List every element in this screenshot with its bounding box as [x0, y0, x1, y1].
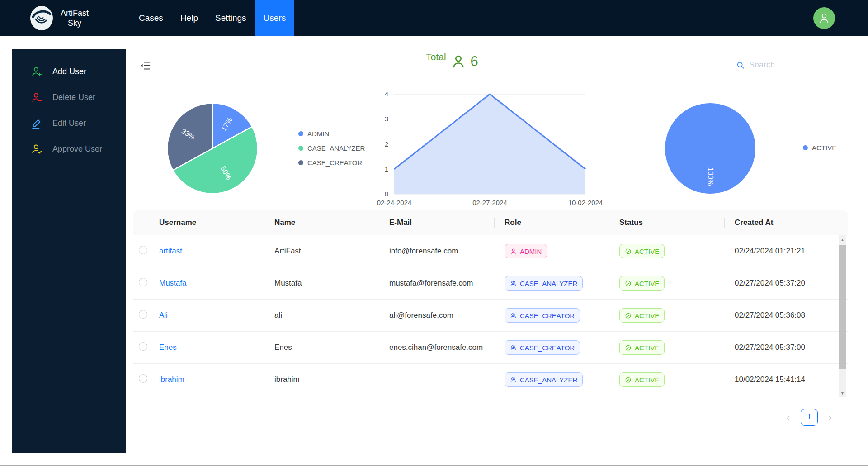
total-value: 6 [471, 53, 478, 70]
y-axis-tick: 2 [385, 140, 388, 148]
email-cell: mustafa@forensafe.com [379, 279, 494, 288]
total-users-stat: Total 6 [398, 53, 506, 70]
created-at-cell: 02/27/2024 05:37:20 [724, 279, 840, 288]
nav-item-cases[interactable]: Cases [130, 0, 172, 36]
legend-label: ACTIVE [812, 144, 836, 152]
role-cell: ADMIN [494, 244, 609, 258]
name-cell: Enes [264, 343, 379, 352]
user-avatar[interactable] [813, 7, 835, 29]
status-badge-label: ACTIVE [635, 376, 659, 384]
y-axis-tick: 3 [385, 115, 388, 123]
eye-logo-icon [29, 5, 54, 31]
username-link[interactable]: Mustafa [159, 279, 186, 287]
legend-label: CASE_ANALYZER [307, 144, 365, 152]
sidebar-item-add-user[interactable]: Add User [12, 59, 126, 85]
username-link[interactable]: Ali [159, 311, 168, 319]
created-at-cell: 10/02/2024 15:41:14 [724, 375, 840, 384]
roles-pie-chart: 17%50%33% [167, 103, 258, 194]
users-created-area-chart: 0123402-24-202402-27-202410-02-2024 [375, 88, 597, 208]
sidebar: Add UserDelete UserEdit UserApprove User [12, 49, 126, 453]
role-badge: CASE_ANALYZER [505, 372, 583, 387]
username-link[interactable]: artifast [159, 247, 182, 255]
pagination: ‹ 1 › [787, 409, 832, 426]
roles-legend: ADMINCASE_ANALYZERCASE_CREATOR [298, 130, 365, 167]
row-select-radio[interactable] [139, 310, 147, 319]
role-badge-label: CASE_ANALYZER [520, 280, 577, 287]
brand-line1: ArtiFast [61, 8, 89, 19]
table-scrollbar[interactable]: ▲ ▼ [839, 235, 846, 397]
sidebar-item-edit-user[interactable]: Edit User [12, 110, 126, 136]
table-row: artifastArtiFastinfo@forensafe.comADMINA… [133, 235, 848, 267]
status-badge: ACTIVE [619, 244, 665, 258]
row-select-radio[interactable] [139, 278, 147, 286]
team-icon [510, 376, 517, 383]
brand-title: ArtiFast Sky [61, 8, 89, 29]
scrollbar-thumb[interactable] [839, 245, 846, 369]
check-circle-icon [625, 248, 632, 255]
created-at-cell: 02/27/2024 05:37:00 [724, 343, 840, 352]
search-box [736, 60, 813, 70]
username-link[interactable]: Enes [159, 343, 177, 352]
user-icon [510, 248, 517, 255]
nav-item-settings[interactable]: Settings [207, 0, 255, 36]
row-select-radio[interactable] [139, 374, 147, 383]
nav-item-help[interactable]: Help [172, 0, 207, 36]
status-badge: ACTIVE [619, 340, 665, 355]
role-cell: CASE_ANALYZER [494, 372, 609, 387]
status-badge: ACTIVE [619, 372, 665, 387]
menu-fold-icon [139, 60, 151, 71]
search-input[interactable] [748, 60, 813, 70]
nav-item-users[interactable]: Users [255, 0, 295, 36]
row-select-radio[interactable] [139, 342, 147, 351]
status-legend: ACTIVE [803, 144, 836, 152]
column-header-e-mail: E-Mail [379, 210, 494, 235]
table-header: UsernameNameE-MailRoleStatusCreated At [133, 210, 848, 235]
role-badge: CASE_ANALYZER [505, 276, 583, 291]
check-circle-icon [625, 312, 632, 319]
x-axis-tick: 10-02-2024 [568, 199, 603, 206]
legend-item-active[interactable]: ACTIVE [803, 144, 836, 152]
edit-icon [31, 118, 43, 129]
column-header-created-at: Created At [724, 210, 840, 235]
x-axis-tick: 02-24-2024 [377, 199, 412, 206]
username-link[interactable]: ibrahim [159, 375, 184, 384]
created-at-cell: 02/27/2024 05:36:08 [724, 311, 840, 320]
email-cell: info@forensafe.com [379, 247, 494, 256]
row-select-radio[interactable] [139, 246, 147, 254]
table-row: ibrahimibrahimCASE_ANALYZERACTIVE10/02/2… [133, 364, 848, 396]
status-cell: ACTIVE [609, 340, 724, 355]
team-icon [510, 344, 517, 351]
legend-item-case_analyzer[interactable]: CASE_ANALYZER [298, 144, 365, 152]
status-cell: ACTIVE [609, 308, 724, 323]
current-page-button[interactable]: 1 [801, 409, 818, 426]
status-badge-label: ACTIVE [635, 248, 659, 255]
status-cell: ACTIVE [609, 244, 724, 258]
legend-dot-icon [298, 160, 303, 165]
brand-line2: Sky [61, 18, 89, 29]
sidebar-item-delete-user[interactable]: Delete User [12, 85, 126, 110]
sidebar-item-approve-user[interactable]: Approve User [12, 136, 126, 162]
name-cell: ibrahim [264, 375, 379, 384]
app-logo [29, 5, 54, 31]
column-header-username: Username [156, 210, 264, 235]
next-page-button[interactable]: › [829, 412, 832, 423]
status-badge: ACTIVE [619, 308, 665, 323]
prev-page-button[interactable]: ‹ [787, 412, 790, 423]
legend-item-admin[interactable]: ADMIN [298, 130, 365, 138]
name-cell: Mustafa [264, 279, 379, 288]
scroll-up-arrow-icon[interactable]: ▲ [839, 236, 846, 243]
sidebar-collapse-button[interactable] [139, 60, 151, 71]
name-cell: ArtiFast [264, 247, 379, 256]
scroll-down-arrow-icon[interactable]: ▼ [839, 390, 846, 396]
role-cell: CASE_CREATOR [494, 340, 609, 355]
legend-item-case_creator[interactable]: CASE_CREATOR [298, 159, 365, 167]
role-badge-label: CASE_CREATOR [520, 312, 575, 319]
email-cell: ali@forensafe.com [379, 311, 494, 320]
y-axis-tick: 0 [385, 190, 388, 198]
x-axis-tick: 02-27-2024 [472, 199, 507, 206]
status-badge: ACTIVE [619, 276, 665, 291]
status-badge-label: ACTIVE [635, 344, 659, 352]
status-badge-label: ACTIVE [635, 312, 659, 319]
role-badge: ADMIN [505, 244, 547, 258]
sidebar-item-label: Delete User [52, 93, 95, 102]
